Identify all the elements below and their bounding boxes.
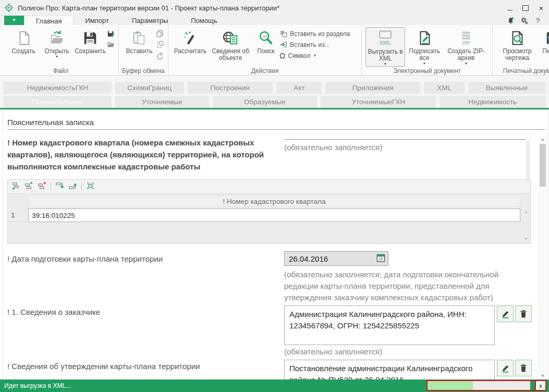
svg-text::12: :12: [262, 34, 267, 38]
tab-poyasnitelnaya[interactable]: Пояснительная: [4, 96, 112, 108]
svg-text:XML: XML: [379, 40, 392, 46]
create-zip-button[interactable]: ZIP Создать ZIP-архив ▼: [444, 27, 489, 66]
ribbon-tab-parameters[interactable]: Параметры: [120, 16, 179, 25]
undo-button[interactable]: [156, 51, 164, 60]
delete-row-button[interactable]: [38, 181, 46, 192]
tab-nedvizhimost[interactable]: Недвижимость: [440, 96, 545, 108]
copy-button[interactable]: [156, 29, 164, 38]
preview-drawing-button[interactable]: Просмотр чертежа: [496, 27, 538, 62]
tab-postroeniya[interactable]: Построения: [188, 82, 273, 94]
textarea-scrollbar[interactable]: [526, 141, 530, 181]
tab-label: XML: [437, 84, 452, 92]
app-menu-button[interactable]: ▼: [4, 16, 24, 25]
globe-info-icon: [222, 28, 239, 48]
save-as-button[interactable]: [107, 29, 115, 38]
group-label-file: Файл: [3, 67, 118, 75]
save-floppy-icon: [82, 28, 98, 48]
move-row-down-button[interactable]: [55, 181, 64, 192]
tab-utochnyaemye[interactable]: Уточняемые: [115, 96, 209, 108]
ribbon-tab-help[interactable]: Помощь: [179, 16, 228, 25]
close-button[interactable]: ×: [533, 0, 549, 16]
scroll-up-icon[interactable]: ▲: [538, 137, 547, 142]
button-label: Сведения об объекте: [209, 48, 252, 62]
minimize-button[interactable]: [502, 0, 518, 16]
approval-delete-button[interactable]: [515, 360, 532, 376]
trash-icon: [519, 309, 528, 318]
tab-utochnyaemye-gkn[interactable]: УточняемыеГКН: [321, 96, 436, 108]
page-title: Пояснительная записка: [7, 118, 94, 127]
tab-xml[interactable]: XML: [424, 82, 465, 94]
tab-obrazuemye[interactable]: Образуемые: [213, 96, 318, 108]
settings-gear-icon[interactable]: [520, 17, 528, 24]
add-row-button[interactable]: [25, 181, 33, 192]
notifications-bell-icon[interactable]: [507, 17, 515, 24]
help-icon[interactable]: ?: [534, 17, 542, 24]
approval-edit-button[interactable]: [497, 360, 514, 376]
insert-row-button[interactable]: [11, 181, 20, 192]
paste-special-button[interactable]: [156, 40, 164, 49]
tab-nedvizhimost-gkn[interactable]: НедвижимостьГКН: [4, 82, 112, 94]
button-label: Сохранить: [75, 48, 106, 55]
divider: [284, 139, 526, 140]
expand-table-button[interactable]: [86, 181, 95, 192]
trash-icon: [519, 363, 528, 373]
undo-icon: [156, 52, 164, 60]
preview-magnifier-icon: [509, 28, 525, 48]
approval-input[interactable]: Постановление администрации Калининградс…: [285, 360, 494, 379]
paste-special-icon: [156, 41, 164, 48]
scroll-up-icon[interactable]: ▲: [524, 210, 528, 214]
paste-button[interactable]: Вставить: [123, 27, 156, 55]
button-label: Поиск: [257, 48, 274, 55]
move-row-up-button[interactable]: [68, 181, 77, 192]
ribbon-tab-main[interactable]: Главная: [24, 16, 74, 25]
button-label: Символ: [288, 52, 310, 59]
scrollbar-thumb[interactable]: [540, 144, 546, 187]
table-body: ! Номер кадастрового квартала 1 ▲ ▼: [8, 194, 530, 243]
insert-from-section-button[interactable]: Вставить из раздела: [279, 29, 358, 38]
customer-edit-button[interactable]: [497, 305, 514, 322]
tab-label: Построения: [211, 84, 250, 92]
chevron-down-icon: ▼: [423, 62, 426, 66]
button-label: Рассчитать: [174, 48, 207, 55]
xml-icon: XML: [375, 29, 396, 48]
scroll-down-icon[interactable]: ▼: [538, 373, 547, 378]
approval-field-label: ! Сведения об утверждении карты-плана те…: [7, 362, 200, 371]
tab-vyyavlennye[interactable]: Выявленные: [468, 82, 545, 94]
cancel-export-button[interactable]: x: [535, 381, 545, 390]
scroll-down-icon[interactable]: ▼: [524, 237, 528, 241]
create-button[interactable]: Создать: [7, 27, 40, 55]
search-icon: :12: [258, 28, 274, 48]
save-button[interactable]: Сохранить: [74, 27, 107, 55]
calculate-button[interactable]: Рассчитать: [172, 27, 209, 55]
ribbon-tab-import[interactable]: Импорт: [74, 16, 120, 25]
minimize-icon: [507, 10, 513, 10]
group-label-edoc: Электронный документ: [362, 67, 492, 75]
customer-delete-button[interactable]: [515, 305, 532, 322]
magic-wand-icon: [182, 28, 198, 48]
copy-icon: [156, 30, 164, 38]
table-row: [28, 209, 520, 222]
export-xml-button[interactable]: XML Выгрузить в XML ▼: [365, 27, 405, 67]
search-button[interactable]: :12 Поиск: [252, 27, 279, 55]
quarter-number-input[interactable]: [28, 209, 520, 222]
button-label: Вставить из...: [290, 41, 330, 48]
tab-shema-granic[interactable]: СхемаГраниц: [115, 82, 184, 94]
calendar-icon[interactable]: 15: [376, 253, 385, 264]
object-info-button[interactable]: Сведения об объекте: [209, 27, 252, 62]
annotation-highlight: x: [426, 380, 546, 391]
tab-prilozheniya[interactable]: Приложения: [325, 82, 420, 94]
divider: [81, 182, 82, 191]
sign-all-button[interactable]: Подписать все ▼: [405, 27, 444, 66]
open-recent-button[interactable]: [107, 40, 115, 49]
open-button[interactable]: Открыть ▼: [40, 27, 74, 59]
tab-label: Приложения: [352, 84, 394, 92]
maximize-button[interactable]: [518, 0, 533, 16]
insert-from-button[interactable]: Вставить из...: [279, 40, 358, 49]
symbol-button[interactable]: Ω Символ ▼: [279, 51, 358, 60]
form-scrollbar[interactable]: ▲ ▼: [538, 136, 547, 379]
print-button[interactable]: W Печать ▼: [538, 27, 549, 59]
date-input[interactable]: 26.04.2016 15: [284, 251, 388, 266]
table-column-header: ! Номер кадастрового квартала: [28, 195, 520, 207]
tab-akt[interactable]: Акт: [276, 82, 322, 94]
customer-input[interactable]: Администрация Калининградского района, И…: [285, 306, 494, 345]
